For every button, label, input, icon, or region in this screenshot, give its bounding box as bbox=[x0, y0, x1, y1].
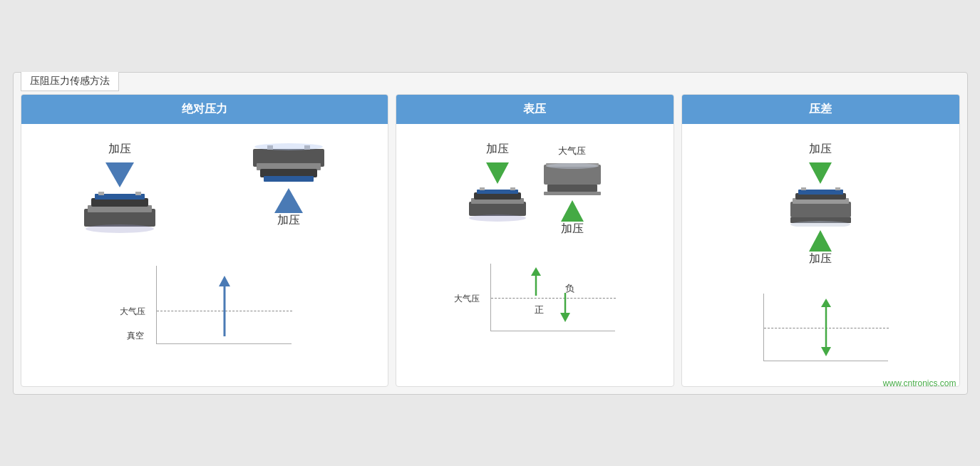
diff-chart-container bbox=[753, 279, 888, 361]
svg-rect-37 bbox=[835, 187, 840, 190]
svg-rect-5 bbox=[135, 192, 141, 195]
atm-label: 大气压 bbox=[120, 305, 145, 317]
gauge-atm-line: 大气压 bbox=[491, 298, 616, 299]
arrow-up-green-diff-icon bbox=[809, 230, 832, 252]
abs-sensors-row: 加压 bbox=[36, 142, 373, 234]
page-title: 压阻压力传感方法 bbox=[21, 72, 119, 91]
svg-point-6 bbox=[86, 224, 154, 233]
sensor-device-diff bbox=[787, 187, 855, 227]
sensor-device-abs-left bbox=[81, 191, 159, 234]
gauge-chart-container: 大气压 正 bbox=[455, 249, 615, 331]
svg-rect-21 bbox=[510, 187, 515, 190]
sensor-device-gauge-right bbox=[540, 157, 604, 197]
svg-rect-36 bbox=[801, 187, 806, 190]
abs-left-sensor: 加压 bbox=[81, 142, 159, 234]
main-content: 绝对压力 加压 bbox=[21, 94, 960, 387]
svg-marker-31 bbox=[560, 313, 570, 322]
arrow-down-green-diff-icon bbox=[809, 162, 832, 184]
diff-bottom-label: 加压 bbox=[809, 252, 832, 266]
abs-chart-arrow bbox=[214, 272, 235, 340]
svg-marker-43 bbox=[821, 347, 831, 356]
abs-right-sensor: 加压 bbox=[249, 142, 328, 234]
arrow-down-green-left-icon bbox=[486, 162, 509, 184]
gauge-atm-chart-label: 大气压 bbox=[454, 292, 480, 304]
diff-bidirectional-arrow bbox=[815, 297, 837, 358]
svg-rect-25 bbox=[547, 185, 597, 192]
svg-rect-20 bbox=[480, 187, 485, 190]
abs-bottom-label: 加压 bbox=[277, 213, 300, 228]
diff-pressure-body: 加压 bbox=[682, 124, 959, 372]
gauge-pressure-body: 加压 bbox=[396, 124, 674, 342]
svg-rect-10 bbox=[264, 176, 314, 182]
absolute-pressure-header: 绝对压力 bbox=[21, 95, 388, 124]
svg-rect-26 bbox=[544, 192, 601, 195]
svg-point-13 bbox=[254, 143, 323, 150]
svg-rect-35 bbox=[798, 190, 843, 195]
sensor-device-abs-right bbox=[249, 142, 328, 185]
gauge-bottom-label: 加压 bbox=[561, 222, 584, 237]
vacuum-label: 真空 bbox=[127, 330, 144, 342]
positive-label: 正 bbox=[535, 304, 544, 316]
absolute-pressure-panel: 绝对压力 加压 bbox=[21, 94, 388, 387]
svg-marker-41 bbox=[821, 299, 831, 307]
diff-chart bbox=[763, 294, 888, 361]
svg-rect-32 bbox=[790, 202, 851, 217]
diff-sensors-row: 加压 bbox=[693, 142, 949, 272]
gauge-sensors-row: 加压 bbox=[407, 142, 663, 242]
svg-point-22 bbox=[469, 214, 526, 222]
abs-chart-container: 大气压 真空 bbox=[117, 252, 292, 344]
right-section: 表压 加压 bbox=[396, 94, 960, 387]
diff-sensor-unit: 加压 bbox=[787, 142, 855, 272]
absolute-pressure-body: 加压 bbox=[21, 124, 388, 355]
gauge-right-sensor: 大气压 加压 bbox=[540, 142, 604, 242]
svg-marker-15 bbox=[219, 276, 230, 286]
gauge-left-sensor: 加压 bbox=[465, 142, 530, 223]
gauge-pressure-header: 表压 bbox=[396, 95, 674, 124]
gauge-top-label: 加压 bbox=[486, 142, 509, 157]
svg-rect-4 bbox=[98, 192, 104, 195]
gauge-pressure-panel: 表压 加压 bbox=[396, 94, 674, 387]
diff-pressure-header: 压差 bbox=[682, 95, 959, 124]
gauge-up-arrow bbox=[526, 266, 546, 298]
arrow-down-blue-icon bbox=[105, 162, 134, 187]
website-watermark: www.cntronics.com bbox=[883, 378, 956, 388]
svg-marker-29 bbox=[531, 267, 541, 276]
arrow-up-green-right-icon bbox=[561, 200, 584, 222]
gauge-chart: 大气压 正 bbox=[490, 264, 615, 331]
diff-top-label: 加压 bbox=[809, 142, 832, 157]
sensor-device-gauge-left bbox=[465, 187, 530, 223]
outer-container: 压阻压力传感方法 绝对压力 加压 bbox=[13, 72, 968, 395]
abs-top-label: 加压 bbox=[108, 142, 131, 157]
arrow-up-blue-icon bbox=[274, 188, 303, 213]
diff-pressure-panel: 压差 加压 bbox=[681, 94, 960, 387]
gauge-down-arrow bbox=[555, 291, 575, 323]
svg-point-27 bbox=[547, 163, 598, 169]
abs-chart: 大气压 真空 bbox=[156, 266, 292, 344]
negative-label: 负 bbox=[565, 282, 574, 295]
gauge-atm-label: 大气压 bbox=[558, 145, 586, 157]
